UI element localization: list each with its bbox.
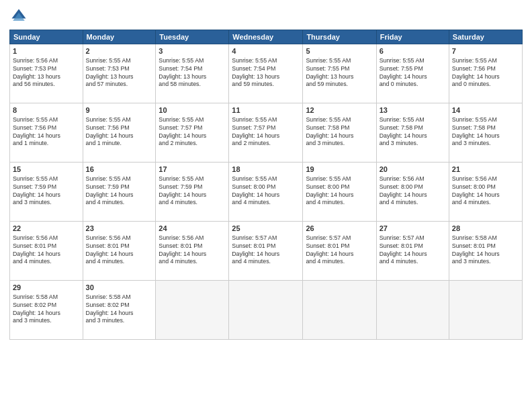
day-info: Sunrise: 5:55 AMSunset: 7:57 PMDaylight:…	[232, 116, 300, 148]
calendar-cell: 2Sunrise: 5:55 AMSunset: 7:53 PMDaylight…	[83, 44, 156, 103]
day-info: Sunrise: 5:57 AMSunset: 8:01 PMDaylight:…	[380, 234, 446, 267]
day-number: 18	[232, 165, 300, 175]
calendar-cell: 13Sunrise: 5:55 AMSunset: 7:58 PMDayligh…	[376, 103, 449, 163]
day-number: 27	[380, 224, 446, 234]
day-of-week-header: Monday	[83, 30, 156, 44]
calendar-cell: 28Sunrise: 5:58 AMSunset: 8:01 PMDayligh…	[449, 222, 522, 281]
calendar-cell: 15Sunrise: 5:55 AMSunset: 7:59 PMDayligh…	[10, 163, 83, 222]
day-info: Sunrise: 5:55 AMSunset: 7:58 PMDaylight:…	[306, 116, 373, 148]
calendar-cell: 6Sunrise: 5:55 AMSunset: 7:55 PMDaylight…	[376, 44, 449, 103]
day-number: 21	[452, 165, 519, 175]
calendar-cell: 21Sunrise: 5:56 AMSunset: 8:00 PMDayligh…	[449, 163, 522, 222]
day-info: Sunrise: 5:55 AMSunset: 7:54 PMDaylight:…	[159, 57, 226, 89]
day-number: 6	[380, 46, 446, 56]
day-info: Sunrise: 5:55 AMSunset: 7:56 PMDaylight:…	[452, 57, 519, 89]
day-number: 15	[13, 165, 80, 175]
day-number: 26	[306, 224, 373, 234]
day-info: Sunrise: 5:55 AMSunset: 7:58 PMDaylight:…	[452, 116, 519, 148]
day-number: 19	[306, 165, 373, 175]
calendar-cell: 1Sunrise: 5:56 AMSunset: 7:53 PMDaylight…	[10, 44, 83, 103]
calendar-week-row: 29Sunrise: 5:58 AMSunset: 8:02 PMDayligh…	[10, 281, 523, 340]
day-number: 23	[86, 224, 153, 234]
day-info: Sunrise: 5:55 AMSunset: 8:00 PMDaylight:…	[306, 175, 373, 208]
calendar-table: SundayMondayTuesdayWednesdayThursdayFrid…	[9, 30, 523, 340]
calendar-cell: 16Sunrise: 5:55 AMSunset: 7:59 PMDayligh…	[83, 163, 156, 222]
day-info: Sunrise: 5:55 AMSunset: 7:56 PMDaylight:…	[86, 116, 153, 148]
page: SundayMondayTuesdayWednesdayThursdayFrid…	[0, 0, 532, 411]
day-number: 28	[452, 224, 519, 234]
day-number: 9	[86, 105, 153, 116]
calendar-cell: 27Sunrise: 5:57 AMSunset: 8:01 PMDayligh…	[376, 222, 449, 281]
day-number: 30	[86, 283, 153, 293]
calendar-week-row: 8Sunrise: 5:55 AMSunset: 7:56 PMDaylight…	[10, 103, 523, 163]
day-info: Sunrise: 5:55 AMSunset: 7:55 PMDaylight:…	[380, 57, 446, 89]
calendar-week-row: 22Sunrise: 5:56 AMSunset: 8:01 PMDayligh…	[10, 222, 523, 281]
day-number: 4	[232, 46, 300, 56]
calendar-cell: 11Sunrise: 5:55 AMSunset: 7:57 PMDayligh…	[229, 103, 303, 163]
calendar-cell: 19Sunrise: 5:55 AMSunset: 8:00 PMDayligh…	[303, 163, 376, 222]
calendar-week-row: 1Sunrise: 5:56 AMSunset: 7:53 PMDaylight…	[10, 44, 523, 103]
day-of-week-header: Thursday	[303, 30, 376, 44]
day-number: 11	[232, 105, 300, 116]
day-of-week-header: Tuesday	[156, 30, 229, 44]
calendar-cell: 5Sunrise: 5:55 AMSunset: 7:55 PMDaylight…	[303, 44, 376, 103]
day-info: Sunrise: 5:56 AMSunset: 7:53 PMDaylight:…	[13, 57, 80, 89]
day-info: Sunrise: 5:56 AMSunset: 8:01 PMDaylight:…	[86, 234, 153, 267]
calendar-cell: 12Sunrise: 5:55 AMSunset: 7:58 PMDayligh…	[303, 103, 376, 163]
day-info: Sunrise: 5:58 AMSunset: 8:02 PMDaylight:…	[86, 293, 153, 326]
calendar-cell: 9Sunrise: 5:55 AMSunset: 7:56 PMDaylight…	[83, 103, 156, 163]
day-info: Sunrise: 5:55 AMSunset: 7:59 PMDaylight:…	[159, 175, 226, 208]
calendar-cell: 22Sunrise: 5:56 AMSunset: 8:01 PMDayligh…	[10, 222, 83, 281]
day-info: Sunrise: 5:57 AMSunset: 8:01 PMDaylight:…	[232, 234, 300, 267]
calendar-cell	[303, 281, 376, 340]
calendar-cell	[376, 281, 449, 340]
day-number: 12	[306, 105, 373, 116]
calendar-cell: 14Sunrise: 5:55 AMSunset: 7:58 PMDayligh…	[449, 103, 522, 163]
day-number: 2	[86, 46, 153, 56]
day-info: Sunrise: 5:55 AMSunset: 7:53 PMDaylight:…	[86, 57, 153, 89]
calendar-cell: 29Sunrise: 5:58 AMSunset: 8:02 PMDayligh…	[10, 281, 83, 340]
day-info: Sunrise: 5:55 AMSunset: 7:59 PMDaylight:…	[13, 175, 80, 208]
day-info: Sunrise: 5:56 AMSunset: 8:00 PMDaylight:…	[380, 175, 446, 208]
day-number: 24	[159, 224, 226, 234]
day-number: 22	[13, 224, 80, 234]
calendar-cell: 10Sunrise: 5:55 AMSunset: 7:57 PMDayligh…	[156, 103, 229, 163]
logo-icon	[9, 7, 28, 26]
calendar-cell: 23Sunrise: 5:56 AMSunset: 8:01 PMDayligh…	[83, 222, 156, 281]
day-of-week-header: Friday	[376, 30, 449, 44]
header	[9, 7, 523, 26]
day-number: 17	[159, 165, 226, 175]
calendar-cell: 17Sunrise: 5:55 AMSunset: 7:59 PMDayligh…	[156, 163, 229, 222]
day-number: 13	[380, 105, 446, 116]
day-info: Sunrise: 5:58 AMSunset: 8:02 PMDaylight:…	[13, 293, 80, 326]
day-of-week-header: Saturday	[449, 30, 522, 44]
day-info: Sunrise: 5:56 AMSunset: 8:01 PMDaylight:…	[159, 234, 226, 267]
day-info: Sunrise: 5:56 AMSunset: 8:00 PMDaylight:…	[452, 175, 519, 208]
calendar-cell	[449, 281, 522, 340]
day-info: Sunrise: 5:57 AMSunset: 8:01 PMDaylight:…	[306, 234, 373, 267]
day-info: Sunrise: 5:55 AMSunset: 7:58 PMDaylight:…	[380, 116, 446, 148]
day-number: 14	[452, 105, 519, 116]
calendar-week-row: 15Sunrise: 5:55 AMSunset: 7:59 PMDayligh…	[10, 163, 523, 222]
day-info: Sunrise: 5:55 AMSunset: 7:55 PMDaylight:…	[306, 57, 373, 89]
calendar-cell: 3Sunrise: 5:55 AMSunset: 7:54 PMDaylight…	[156, 44, 229, 103]
calendar-cell: 24Sunrise: 5:56 AMSunset: 8:01 PMDayligh…	[156, 222, 229, 281]
day-info: Sunrise: 5:55 AMSunset: 8:00 PMDaylight:…	[232, 175, 300, 208]
day-number: 20	[380, 165, 446, 175]
day-number: 10	[159, 105, 226, 116]
calendar-body: 1Sunrise: 5:56 AMSunset: 7:53 PMDaylight…	[10, 44, 523, 340]
calendar-cell	[229, 281, 303, 340]
day-number: 5	[306, 46, 373, 56]
calendar-cell: 30Sunrise: 5:58 AMSunset: 8:02 PMDayligh…	[83, 281, 156, 340]
day-info: Sunrise: 5:55 AMSunset: 7:54 PMDaylight:…	[232, 57, 300, 89]
day-info: Sunrise: 5:55 AMSunset: 7:56 PMDaylight:…	[13, 116, 80, 148]
calendar-cell: 7Sunrise: 5:55 AMSunset: 7:56 PMDaylight…	[449, 44, 522, 103]
calendar-cell: 26Sunrise: 5:57 AMSunset: 8:01 PMDayligh…	[303, 222, 376, 281]
calendar-cell: 25Sunrise: 5:57 AMSunset: 8:01 PMDayligh…	[229, 222, 303, 281]
calendar-cell: 4Sunrise: 5:55 AMSunset: 7:54 PMDaylight…	[229, 44, 303, 103]
day-number: 3	[159, 46, 226, 56]
calendar-cell: 18Sunrise: 5:55 AMSunset: 8:00 PMDayligh…	[229, 163, 303, 222]
day-number: 25	[232, 224, 300, 234]
calendar-cell: 20Sunrise: 5:56 AMSunset: 8:00 PMDayligh…	[376, 163, 449, 222]
calendar-header-row: SundayMondayTuesdayWednesdayThursdayFrid…	[10, 30, 523, 44]
